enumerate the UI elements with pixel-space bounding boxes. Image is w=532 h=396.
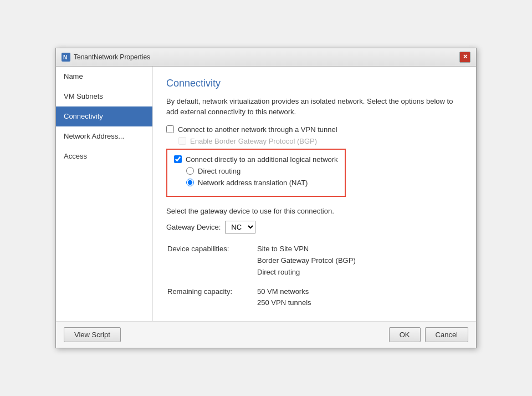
remaining-value-1: 50 VM networks: [257, 286, 311, 298]
remaining-table: Remaining capacity: 50 VM networks 250 V…: [166, 285, 313, 311]
content-description: By default, network virtualization provi…: [166, 96, 463, 118]
sidebar-item-name[interactable]: Name: [56, 67, 152, 87]
dialog-footer: View Script OK Cancel: [56, 321, 476, 348]
cap-value-1: Site to Site VPN: [257, 243, 356, 255]
footer-right-buttons: OK Cancel: [389, 327, 468, 342]
dialog-body: Name VM Subnets Connectivity Network Add…: [56, 67, 476, 321]
direct-routing-row: Direct routing: [186, 167, 338, 175]
nat-row: Network address translation (NAT): [186, 179, 338, 187]
cap-value-3: Direct routing: [257, 267, 356, 278]
bgp-checkbox[interactable]: [178, 137, 186, 145]
gateway-device-select[interactable]: NC: [225, 221, 255, 233]
bgp-row: Enable Border Gateway Protocol (BGP): [178, 137, 463, 145]
highlight-box: Connect directly to an additional logica…: [166, 149, 346, 197]
close-button[interactable]: ✕: [459, 52, 470, 63]
direct-connect-label[interactable]: Connect directly to an additional logica…: [186, 155, 338, 164]
content-title: Connectivity: [166, 78, 463, 89]
direct-connect-checkbox[interactable]: [174, 155, 182, 163]
sidebar-item-network-address[interactable]: Network Address...: [56, 126, 152, 146]
view-script-button[interactable]: View Script: [64, 327, 121, 342]
remaining-label: Remaining capacity:: [167, 286, 256, 309]
direct-routing-label[interactable]: Direct routing: [198, 167, 241, 175]
cancel-button[interactable]: Cancel: [425, 327, 468, 342]
nat-radio[interactable]: [186, 179, 194, 186]
direct-connect-row: Connect directly to an additional logica…: [174, 155, 338, 164]
dialog-title: TenantNetwork Properties: [74, 53, 150, 61]
gateway-row: Gateway Device: NC: [166, 221, 463, 233]
bgp-label[interactable]: Enable Border Gateway Protocol (BGP): [190, 137, 317, 145]
vpn-tunnel-checkbox[interactable]: [166, 125, 174, 133]
vpn-tunnel-label[interactable]: Connect to another network through a VPN…: [178, 125, 337, 134]
cap-value-2: Border Gateway Protcol (BGP): [257, 255, 356, 267]
nat-label[interactable]: Network address translation (NAT): [198, 179, 308, 187]
ok-button[interactable]: OK: [389, 327, 421, 342]
direct-routing-radio[interactable]: [186, 167, 194, 175]
gateway-description: Select the gateway device to use for thi…: [166, 206, 463, 217]
capabilities-values: Site to Site VPN Border Gateway Protcol …: [257, 243, 356, 278]
app-icon: N: [62, 53, 70, 62]
gateway-device-label: Gateway Device:: [166, 223, 221, 231]
title-bar: N TenantNetwork Properties ✕: [56, 48, 476, 67]
capabilities-label: Device capabilities:: [167, 243, 256, 278]
remaining-value-2: 250 VPN tunnels: [257, 297, 311, 309]
sidebar-item-connectivity[interactable]: Connectivity: [56, 106, 152, 126]
capabilities-table: Device capabilities: Site to Site VPN Bo…: [166, 242, 357, 279]
remaining-row: Remaining capacity: 50 VM networks 250 V…: [167, 286, 311, 309]
title-bar-left: N TenantNetwork Properties: [62, 53, 150, 62]
content-area: Connectivity By default, network virtual…: [153, 67, 476, 321]
dialog-window: N TenantNetwork Properties ✕ Name VM Sub…: [55, 48, 477, 348]
svg-text:N: N: [63, 54, 67, 60]
capabilities-row: Device capabilities: Site to Site VPN Bo…: [167, 243, 356, 278]
remaining-values: 50 VM networks 250 VPN tunnels: [257, 286, 311, 309]
sidebar-item-access[interactable]: Access: [56, 146, 152, 166]
vpn-tunnel-row: Connect to another network through a VPN…: [166, 125, 463, 134]
sidebar: Name VM Subnets Connectivity Network Add…: [56, 67, 153, 321]
sidebar-item-vm-subnets[interactable]: VM Subnets: [56, 87, 152, 106]
